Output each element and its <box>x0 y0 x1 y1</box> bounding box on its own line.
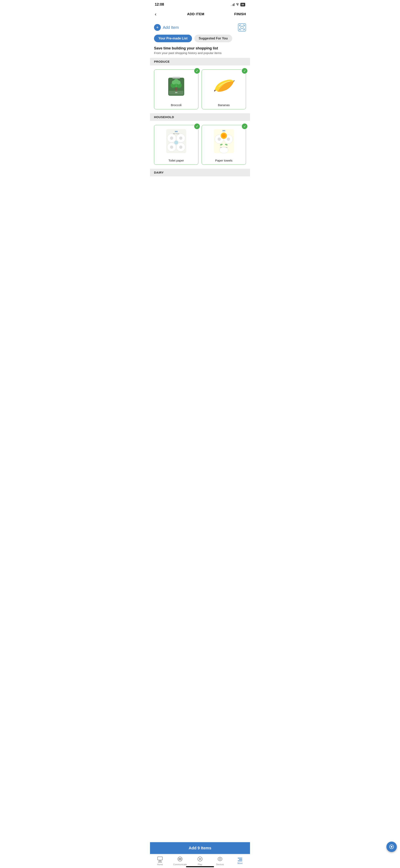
section-household: HOUSEHOLD <box>150 113 250 121</box>
item-broccoli[interactable]: ✓ 365 Broccoli <box>154 69 198 109</box>
subtitle-sub: From your past shopping history and popu… <box>154 51 246 55</box>
svg-text:365: 365 <box>222 130 225 132</box>
tabs-row: Your Pre-made List Suggested For You <box>150 35 250 45</box>
paper-towels-image: 365 Paper Towels <box>202 125 246 157</box>
section-household-title: HOUSEHOLD <box>154 115 174 119</box>
nav-item-communicate[interactable]: Communicate <box>170 857 190 866</box>
add-item-row: + Add Item <box>150 21 250 35</box>
devices-icon <box>218 857 223 862</box>
communicate-icon <box>177 857 182 862</box>
section-produce: PRODUCE <box>150 58 250 65</box>
nav-label-home: Home <box>157 863 163 866</box>
check-badge-toilet: ✓ <box>194 123 200 129</box>
svg-rect-0 <box>241 26 243 29</box>
broccoli-label: Broccoli <box>154 102 198 109</box>
home-icon <box>157 857 163 862</box>
svg-text:365: 365 <box>175 92 177 93</box>
broccoli-image: 365 <box>154 70 198 102</box>
svg-text:Bath Tissue: Bath Tissue <box>173 133 179 134</box>
svg-point-21 <box>174 141 178 145</box>
bananas-image <box>202 70 246 102</box>
paper-towels-label: Paper towels <box>202 157 246 164</box>
signal-icon <box>231 3 234 6</box>
bananas-label: Bananas <box>202 102 246 109</box>
status-time: 12:08 <box>155 2 164 7</box>
section-produce-title: PRODUCE <box>154 60 170 63</box>
svg-point-30 <box>222 134 226 138</box>
svg-point-37 <box>179 858 180 860</box>
item-bananas[interactable]: ✓ Bananas <box>202 69 246 109</box>
nav-item-more[interactable]: More <box>230 858 250 864</box>
svg-point-20 <box>179 146 182 149</box>
household-grid: ✓ 365 Bath <box>150 121 250 169</box>
status-icons: 84 <box>231 3 245 6</box>
svg-point-7 <box>177 81 180 85</box>
subtitle-block: Save time building your shopping list Fr… <box>150 45 250 58</box>
item-toilet-paper[interactable]: ✓ 365 Bath <box>154 125 198 165</box>
more-icon <box>238 858 242 861</box>
section-dairy-title: DAIRY <box>154 171 164 174</box>
scan-barcode-button[interactable] <box>238 24 246 31</box>
svg-point-6 <box>172 81 176 85</box>
svg-text:365: 365 <box>175 130 177 132</box>
svg-point-16 <box>179 136 182 140</box>
nav-item-play[interactable]: Play <box>190 857 210 866</box>
toilet-paper-label: Toilet paper <box>154 157 198 164</box>
nav-item-devices[interactable]: Devices <box>210 857 230 866</box>
item-paper-towels[interactable]: ✓ 365 Paper Towels <box>202 125 246 165</box>
svg-point-33 <box>220 147 228 153</box>
add-item-label: Add Item <box>163 25 179 30</box>
check-badge-broccoli: ✓ <box>194 68 200 74</box>
produce-grid: ✓ 365 Broccoli <box>150 65 250 113</box>
svg-point-39 <box>219 858 221 860</box>
add-item-button[interactable]: + Add Item <box>154 24 179 31</box>
add-circle-icon: + <box>154 24 161 31</box>
toilet-paper-image: 365 Bath Tissue <box>154 125 198 157</box>
nav-label-play: Play <box>198 863 202 866</box>
wifi-icon <box>236 3 239 6</box>
status-bar: 12:08 84 <box>150 0 250 8</box>
bottom-safe-bar <box>186 866 214 867</box>
svg-rect-11 <box>172 77 180 79</box>
svg-point-14 <box>170 136 173 140</box>
back-button[interactable]: ‹ <box>154 10 157 18</box>
check-badge-bananas: ✓ <box>241 68 248 74</box>
check-badge-paper: ✓ <box>241 123 248 129</box>
nav-label-more: More <box>237 862 242 864</box>
dairy-section: DAIRY <box>150 169 250 176</box>
nav-label-communicate: Communicate <box>173 863 187 866</box>
page-title: ADD ITEM <box>187 12 204 16</box>
tab-premade[interactable]: Your Pre-made List <box>154 35 192 42</box>
battery-icon: 84 <box>240 3 245 6</box>
svg-point-28 <box>227 137 230 141</box>
section-dairy: DAIRY <box>150 169 250 176</box>
add-items-button[interactable]: Add 9 Items <box>150 842 250 854</box>
header: ‹ ADD ITEM FINISH <box>150 8 250 21</box>
tab-suggested[interactable]: Suggested For You <box>194 35 232 42</box>
finish-button[interactable]: FINISH <box>234 12 246 16</box>
nav-item-home[interactable]: Home <box>150 857 170 866</box>
play-icon <box>197 857 203 862</box>
subtitle-heading: Save time building your shopping list <box>154 46 246 51</box>
svg-point-18 <box>170 146 173 149</box>
svg-point-26 <box>218 137 221 141</box>
nav-label-devices: Devices <box>216 863 224 866</box>
bottom-nav: Home Communicate Play D <box>150 855 250 868</box>
